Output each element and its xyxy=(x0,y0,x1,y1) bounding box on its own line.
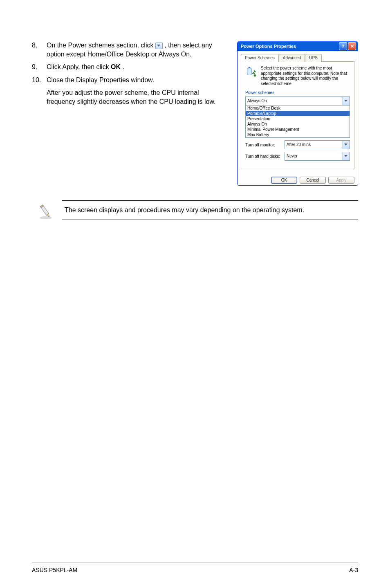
tab-panel: Select the power scheme with the most ap… xyxy=(241,61,354,169)
step-text: . xyxy=(123,63,124,70)
svg-point-2 xyxy=(254,74,256,77)
step-body: On the Power schemes section, click , th… xyxy=(47,41,225,58)
hdd-combo[interactable]: Never xyxy=(285,152,350,161)
after-steps-paragraph: After you adjust the power scheme, the C… xyxy=(47,88,225,106)
ok-button[interactable]: OK xyxy=(271,177,297,184)
option-home-office[interactable]: Home/Office Desk xyxy=(246,105,350,111)
step-text: Home/Office Desktop or Always On. xyxy=(87,51,192,58)
monitor-value: After 20 mins xyxy=(285,140,343,149)
step-number: 9. xyxy=(32,63,47,72)
monitor-label: Turn off monitor: xyxy=(245,143,285,147)
power-schemes-legend: Power schemes xyxy=(245,90,350,95)
option-max-battery[interactable]: Max Battery xyxy=(246,132,350,137)
tab-power-schemes[interactable]: Power Schemes xyxy=(241,54,279,62)
footer-left: ASUS P5KPL-AM xyxy=(32,567,77,573)
power-scheme-combo[interactable]: Always On xyxy=(245,97,350,105)
footer-right: A-3 xyxy=(349,567,358,573)
dialog-titlebar[interactable]: Power Options Properties ? ✕ xyxy=(238,41,358,51)
svg-point-3 xyxy=(40,216,52,219)
chevron-down-icon[interactable] xyxy=(343,152,350,161)
step-underline: except xyxy=(66,51,87,58)
note-text: The screen displays and procedures may v… xyxy=(62,200,358,220)
svg-rect-0 xyxy=(247,68,251,75)
dialog-button-row: OK Cancel Apply xyxy=(238,173,358,185)
dialog-tabs: Power Schemes Advanced UPS xyxy=(241,54,354,62)
tab-advanced[interactable]: Advanced xyxy=(279,54,305,62)
step-number: 8. xyxy=(32,41,47,58)
step-text: Click Apply, then click xyxy=(47,63,111,70)
step-body: Close the Display Properties window. xyxy=(47,76,225,85)
apply-button[interactable]: Apply xyxy=(328,177,354,184)
monitor-combo[interactable]: After 20 mins xyxy=(285,140,350,149)
step-text: On the Power schemes section, click xyxy=(47,42,155,49)
step-body: Click Apply, then click OK . xyxy=(47,63,225,72)
hdd-value: Never xyxy=(285,152,343,161)
dialog-title: Power Options Properties xyxy=(239,44,296,49)
power-scheme-value: Always On xyxy=(245,97,343,105)
tab-ups[interactable]: UPS xyxy=(305,54,322,62)
option-presentation[interactable]: Presentation xyxy=(246,116,350,121)
dropdown-arrow-icon xyxy=(155,43,163,49)
hdd-label: Turn off hard disks: xyxy=(245,154,285,159)
chevron-down-icon[interactable] xyxy=(343,140,350,149)
power-scheme-dropdown-list[interactable]: Home/Office Desk Portable/Laptop Present… xyxy=(245,105,350,138)
battery-plug-icon xyxy=(245,66,258,78)
cancel-button[interactable]: Cancel xyxy=(300,177,326,184)
power-options-dialog: Power Options Properties ? ✕ Power Schem… xyxy=(237,41,358,186)
close-button[interactable]: ✕ xyxy=(348,42,356,50)
chevron-down-icon[interactable] xyxy=(343,97,350,105)
option-minimal-power[interactable]: Minimal Power Management xyxy=(246,127,350,132)
svg-rect-1 xyxy=(249,67,251,68)
option-always-on[interactable]: Always On xyxy=(246,121,350,127)
step-number: 10. xyxy=(32,76,47,85)
step-bold: OK xyxy=(111,63,121,70)
pencil-note-icon xyxy=(37,203,55,221)
option-portable-laptop[interactable]: Portable/Laptop xyxy=(246,111,350,116)
dialog-intro-text: Select the power scheme with the most ap… xyxy=(261,66,350,86)
help-button[interactable]: ? xyxy=(339,42,347,50)
